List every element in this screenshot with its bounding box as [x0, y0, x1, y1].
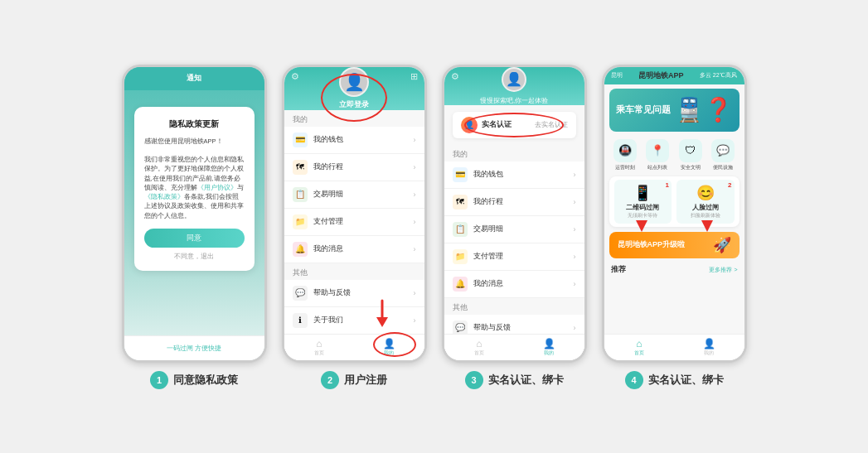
- menu-item-transaction[interactable]: 📋 交易明细 ›: [444, 216, 584, 243]
- transaction-icon: 📋: [293, 187, 308, 202]
- qr1-sub: 无须刷卡等待: [628, 212, 657, 219]
- menu-item-about[interactable]: ℹ 关于我们 ›: [284, 307, 424, 335]
- qr2-sub: 扫脸刷新体验: [691, 212, 720, 219]
- qr2-title: 人脸过闸: [692, 204, 719, 212]
- nav-home-active[interactable]: ⌂ 首页: [604, 338, 675, 357]
- upgrade-text: 昆明地铁APP升级啦: [618, 239, 686, 250]
- banner-title: 乘车常见问题: [616, 104, 671, 116]
- p4-icons-row: 🚇 运营时刻 📍 站点列表 🛡 安全文明 💬: [604, 136, 744, 175]
- p1-top-bar: 通知: [124, 67, 264, 90]
- icon-safety[interactable]: 🛡 安全文明: [679, 139, 702, 171]
- menu-item-trip[interactable]: 🗺 我的行程 ›: [284, 154, 424, 181]
- banner-illustration: 🚆❓: [675, 96, 733, 123]
- realname-banner: 👤 实名认证 去实名认证: [453, 112, 576, 138]
- recommend-more[interactable]: 更多推荐 >: [709, 266, 737, 274]
- nav-home[interactable]: ⌂ 首页: [444, 338, 515, 357]
- mine-icon: 👤: [543, 338, 555, 349]
- p3-top-bar: ⚙ 👤 慢慢探索吧,你一起体验: [444, 67, 584, 105]
- icon-stations[interactable]: 📍 站点列表: [646, 139, 669, 171]
- menu-item-transaction[interactable]: 📋 交易明细 ›: [284, 181, 424, 209]
- chevron-right-icon: ›: [574, 280, 576, 288]
- home-icon: ⌂: [636, 338, 642, 349]
- menu-item-help[interactable]: 💬 帮助与反馈 ›: [284, 280, 424, 307]
- phone4-frame: 昆明 昆明地铁APP 多云 22℃ 高风 乘车常见问题 🚆❓: [602, 65, 747, 363]
- nav-mine-label: 我的: [544, 349, 554, 357]
- menu-text: 我的消息: [473, 279, 574, 289]
- about-icon: ℹ: [293, 313, 308, 328]
- menu-item-payment[interactable]: 📁 支付管理 ›: [284, 209, 424, 236]
- qr-icon: ⊞: [410, 71, 418, 82]
- phone1-wrapper: 通知 隐私政策更新 感谢您使用昆明地铁APP！ 我们非常重视您的个人信息和隐私保…: [122, 65, 267, 389]
- agree-button[interactable]: 同意: [144, 229, 245, 248]
- menu-item-payment[interactable]: 📁 支付管理 ›: [444, 243, 584, 271]
- realname-action[interactable]: 去实名认证: [535, 120, 568, 129]
- user-icon: 👤: [506, 71, 522, 87]
- p2-section1: 我的: [284, 110, 424, 127]
- wallet-icon: 💳: [293, 133, 308, 147]
- avatar: 👤: [502, 67, 526, 92]
- help-icon: 💬: [293, 286, 308, 301]
- chevron-right-icon: ›: [414, 190, 416, 199]
- menu-item-wallet[interactable]: 💳 我的钱包 ›: [284, 127, 424, 154]
- rocket-icon: 🚀: [713, 236, 731, 254]
- menu-text: 我的行程: [313, 162, 414, 172]
- qr-code-card[interactable]: 1 📱 二维码过闸 无须刷卡等待: [614, 180, 672, 224]
- nav-home[interactable]: ⌂ 首页: [284, 338, 355, 357]
- step3-label-row: 3 实名认证、绑卡: [465, 371, 564, 389]
- menu-text: 帮助与反馈: [473, 323, 574, 333]
- qr-scan-icon: 📱: [633, 184, 652, 202]
- p1-privacy-card: 隐私政策更新 感谢您使用昆明地铁APP！ 我们非常重视您的个人信息和隐私保护。为…: [134, 107, 255, 271]
- city-label: 昆明: [611, 71, 623, 80]
- mine-icon: 👤: [703, 338, 715, 349]
- phone3-wrapper: ⚙ 👤 慢慢探索吧,你一起体验 👤 实名认证 去实名认证: [442, 65, 587, 389]
- p3-section2: 其他: [444, 298, 584, 315]
- banner-content: 乘车常见问题: [616, 104, 671, 116]
- qr2-num: 2: [728, 181, 731, 189]
- nav-mine[interactable]: 👤 我的: [674, 338, 744, 357]
- nav-mine[interactable]: 👤 我的: [514, 338, 584, 357]
- chevron-right-icon: ›: [414, 289, 416, 297]
- avatar: 👤: [339, 67, 369, 97]
- nav-home-label: 首页: [474, 349, 484, 357]
- chevron-right-icon: ›: [574, 198, 576, 206]
- message-icon: 🔔: [293, 242, 308, 257]
- menu-item-trip[interactable]: 🗺 我的行程 ›: [444, 189, 584, 216]
- icon-facilities[interactable]: 💬 便民设施: [711, 139, 735, 171]
- step3-text: 实名认证、绑卡: [488, 373, 564, 388]
- nav-mine[interactable]: 👤 我的: [354, 338, 424, 357]
- face-scan-icon: 😊: [696, 184, 715, 202]
- chevron-right-icon: ›: [414, 245, 416, 253]
- gear-icon: ⚙: [451, 71, 459, 82]
- user-icon: 👤: [344, 72, 365, 92]
- qr1-title: 二维码过闸: [626, 204, 659, 212]
- p4-top-info: 昆明 昆明地铁APP 多云 22℃ 高风: [604, 67, 744, 84]
- safety-icon: 🛡: [679, 139, 702, 162]
- menu-text: 交易明细: [313, 190, 414, 200]
- safety-label: 安全文明: [681, 164, 701, 171]
- nav-mine-label: 我的: [704, 349, 714, 357]
- icon-schedule[interactable]: 🚇 运营时刻: [613, 139, 637, 171]
- p1-top-title: 通知: [187, 73, 201, 84]
- face-scan-card[interactable]: 2 😊 人脸过闸 扫脸刷新体验: [676, 180, 735, 224]
- phone2-wrapper: ⚙ ⊞ 👤 立即登录 我的 💳 我的钱包 ›: [282, 65, 427, 389]
- p4-main-banner: 乘车常见问题 🚆❓: [609, 89, 739, 132]
- p4-recommend-row: 推荐 更多推荐 >: [604, 262, 744, 277]
- app-name: 昆明地铁APP: [638, 70, 684, 81]
- p3-section1: 我的: [444, 145, 584, 161]
- login-label[interactable]: 立即登录: [339, 99, 369, 110]
- menu-text: 交易明细: [473, 224, 574, 234]
- step1-text: 同意隐私政策: [173, 373, 238, 388]
- menu-item-wallet[interactable]: 💳 我的钱包 ›: [444, 161, 584, 189]
- menu-item-message[interactable]: 🔔 我的消息 ›: [284, 236, 424, 263]
- phone2-screen: ⚙ ⊞ 👤 立即登录 我的 💳 我的钱包 ›: [284, 67, 424, 360]
- step2-circle: 2: [321, 371, 339, 389]
- chevron-right-icon: ›: [574, 324, 576, 332]
- menu-text: 我的钱包: [473, 170, 574, 180]
- transaction-icon: 📋: [453, 222, 468, 237]
- stations-icon: 📍: [646, 139, 669, 162]
- facilities-icon: 💬: [711, 139, 735, 162]
- disagree-text[interactable]: 不同意，退出: [144, 252, 245, 261]
- schedule-icon: 🚇: [613, 139, 637, 162]
- menu-item-message[interactable]: 🔔 我的消息 ›: [444, 271, 584, 298]
- step1-circle: 1: [150, 371, 168, 389]
